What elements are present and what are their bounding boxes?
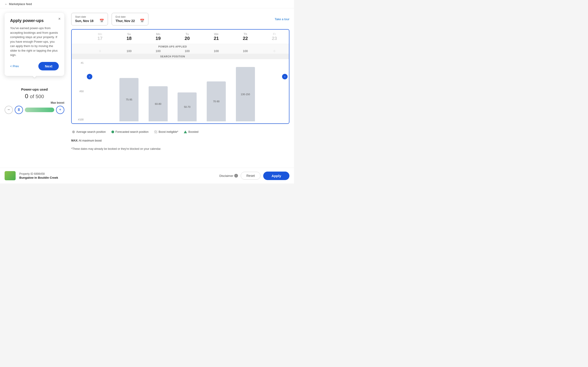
end-date-field[interactable]: End date Thur, Nov 22 📅: [112, 13, 148, 25]
powerups-count: 0 of 500: [5, 93, 64, 100]
legend-hatch-icon: [154, 130, 157, 133]
legend-green-dot: [111, 131, 114, 133]
end-calendar-icon: 📅: [140, 19, 145, 23]
back-link-text: Marketplace feed: [9, 2, 32, 6]
main-container: ← Marketplace feed × Apply power-ups You…: [0, 0, 294, 184]
property-id: Property ID 6898458: [19, 172, 58, 175]
tooltip-card: × Apply power-ups You've earned power-up…: [5, 13, 64, 76]
calendar-header-row: Mo 17 Su 18 Mo 19 Tu 20 We 21 Th 22 Fr 2…: [72, 30, 289, 44]
max-note: MAX: At maximum boost: [71, 138, 289, 143]
powerups-of-total: of 500: [30, 94, 44, 99]
legend-label: Average search position: [76, 130, 106, 133]
cal-header-cell-23: Fr 23: [260, 30, 289, 44]
legend-row: Average search positionForecasted search…: [71, 127, 289, 134]
chart-bar-19: 60-80: [149, 86, 168, 121]
calendar-grid: Mo 17 Su 18 Mo 19 Tu 20 We 21 Th 22 Fr 2…: [71, 29, 289, 124]
bottom-bar: Property ID 6898458 Bungalow in Bouldin …: [0, 168, 294, 184]
pause-button[interactable]: ⏸: [15, 106, 23, 114]
chart-col-22: 130-150: [231, 59, 260, 123]
prev-link[interactable]: < Prev: [10, 65, 19, 68]
legend-label: Forecasted search position: [115, 130, 149, 133]
date-row: Start date Sun, Nov 18 📅 End date Thur, …: [71, 13, 289, 25]
calendar-grid-container: Mo 17 Su 18 Mo 19 Tu 20 We 21 Th 22 Fr 2…: [71, 29, 289, 124]
powerups-value-22: 100: [231, 48, 260, 54]
content-area: × Apply power-ups You've earned power-up…: [0, 8, 294, 168]
tooltip-title: Apply power-ups: [10, 18, 59, 23]
powerups-current: 0: [25, 93, 28, 100]
take-tour-link[interactable]: Take a tour: [275, 17, 289, 21]
chart-bar-20: 50-70: [178, 92, 197, 121]
powerups-applied-label: POWER-UPS APPLIED: [86, 44, 260, 48]
tooltip-nav: < Prev Next: [10, 62, 59, 70]
cal-header-cell-17: Mo 17: [86, 30, 115, 44]
max-boost-label: Max boost: [5, 101, 64, 104]
max-note-text: At maximum boost: [79, 139, 102, 142]
y-label: #1: [81, 61, 84, 64]
apply-button[interactable]: Apply: [263, 172, 289, 180]
legend-grey-dot: [72, 131, 75, 133]
chart-col-17: [86, 59, 115, 123]
cal-header-cell-20: Tu 20: [173, 30, 202, 44]
top-bar: ← Marketplace feed: [0, 0, 294, 8]
y-label: #100: [78, 118, 84, 121]
cal-header-cell-22: Th 22: [231, 30, 260, 44]
decrease-button[interactable]: −: [5, 106, 13, 114]
powerups-value-17: 0: [86, 48, 115, 54]
cal-header-cell-18: Su 18: [115, 30, 144, 44]
slider-row: − ⏸ +: [5, 106, 64, 114]
next-button[interactable]: Next: [38, 62, 59, 70]
powerups-values-row: 01001001001001000: [72, 48, 289, 54]
disclaimer-link-text: Disclaimer: [219, 174, 233, 177]
start-date-field[interactable]: Start date Sun, Nov 18 📅: [71, 13, 108, 25]
chart-bar-18: 75-95: [120, 78, 138, 121]
powerups-title: Power-ups used: [5, 87, 64, 91]
legend-triangle-icon: [184, 131, 187, 133]
powerups-value-21: 100: [202, 48, 231, 54]
back-arrow-icon: ←: [5, 2, 8, 6]
legend-label: Boosted: [188, 130, 199, 133]
tooltip-close-button[interactable]: ×: [58, 17, 61, 21]
start-date-value: Sun, Nov 18 📅: [75, 19, 104, 23]
calendar-nav-right[interactable]: ›: [282, 74, 288, 79]
powerups-value-18: 100: [115, 48, 144, 54]
search-position-label: SEARCH POSITION: [86, 54, 260, 59]
property-thumbnail: [5, 171, 16, 180]
powerups-section: Power-ups used 0 of 500 Max boost − ⏸ +: [5, 87, 64, 114]
powerups-value-20: 100: [173, 48, 202, 54]
chart-col-18: 75-95: [115, 59, 144, 123]
increase-button[interactable]: +: [56, 106, 64, 114]
slider-track[interactable]: [25, 108, 54, 112]
chart-col-23: [260, 59, 289, 123]
property-name: Bungalow in Bouldin Creek: [19, 176, 58, 179]
chart-area: #1#50#10075-9560-8050-7070-90130-150: [72, 59, 289, 123]
reset-button[interactable]: Reset: [241, 172, 261, 180]
left-panel: × Apply power-ups You've earned power-up…: [5, 13, 64, 163]
chart-bar-21: 70-90: [207, 81, 226, 121]
legend-item: Boosted: [184, 130, 199, 133]
info-icon: i: [234, 174, 238, 177]
legend-item: Forecasted search position: [111, 130, 149, 133]
legend-item: Average search position: [72, 130, 106, 133]
chart-y-axis: #1#50#100: [72, 59, 86, 123]
chart-bar-22: 130-150: [236, 67, 255, 121]
search-position-header: SEARCH POSITION: [72, 54, 289, 59]
bottom-actions: Disclaimer i Reset Apply: [219, 172, 289, 180]
right-panel: Start date Sun, Nov 18 📅 End date Thur, …: [71, 13, 289, 163]
y-label: #50: [79, 90, 84, 93]
end-date-value: Thur, Nov 22 📅: [115, 19, 145, 23]
calendar-nav-left[interactable]: ‹: [87, 74, 92, 79]
powerups-separator: of: [30, 94, 34, 99]
cal-header-cell-19: Mo 19: [144, 30, 173, 44]
powerups-total: 500: [36, 94, 44, 99]
legend-label: Boost ineligible*: [159, 130, 178, 133]
legend-item: Boost ineligible*: [154, 130, 178, 133]
start-date-label: Start date: [75, 15, 104, 18]
powerups-value-19: 100: [144, 48, 173, 54]
tooltip-body: You've earned power-ups from accepting b…: [10, 26, 59, 57]
powerups-applied-row: POWER-UPS APPLIED: [72, 44, 289, 48]
disclaimer-link[interactable]: Disclaimer i: [219, 174, 238, 177]
back-link[interactable]: ← Marketplace feed: [5, 2, 32, 6]
chart-col-19: 60-80: [144, 59, 173, 123]
end-date-label: End date: [115, 15, 145, 18]
chart-col-21: 70-90: [202, 59, 231, 123]
